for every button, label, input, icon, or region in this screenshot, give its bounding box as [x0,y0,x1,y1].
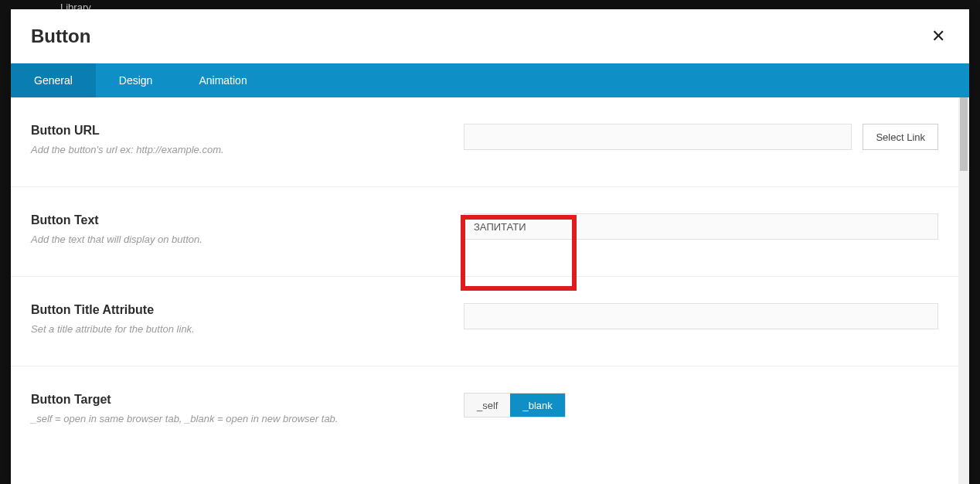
field-label: Button Title Attribute [31,303,448,317]
settings-modal: Button ✕ General Design Animation Button… [11,9,969,484]
tab-design[interactable]: Design [96,63,176,97]
tab-bar: General Design Animation [11,63,969,97]
target-option-self[interactable]: _self [464,394,510,417]
scrollbar-thumb[interactable] [960,97,968,171]
tab-animation[interactable]: Animation [175,63,270,97]
select-link-button[interactable]: Select Link [863,124,938,150]
modal-header: Button ✕ [11,9,969,63]
modal-title: Button [31,26,90,47]
field-label: Button URL [31,124,448,138]
field-desc: Add the text that will display on button… [31,233,448,245]
target-option-blank[interactable]: _blank [510,394,564,417]
field-desc: Add the button's url ex: http://example.… [31,144,448,155]
field-label: Button Text [31,213,448,227]
modal-content: Button URL Add the button's url ex: http… [11,97,958,484]
button-title-attr-input[interactable] [464,303,938,329]
tab-general[interactable]: General [11,63,96,97]
button-target-toggle: _self _blank [464,393,566,418]
field-label: Button Target [31,393,448,407]
button-url-input[interactable] [464,124,852,150]
field-desc: _self = open in same browser tab, _blank… [31,413,448,424]
field-button-title-attr: Button Title Attribute Set a title attri… [11,276,958,366]
scrollbar[interactable] [958,97,969,484]
close-icon[interactable]: ✕ [927,26,949,47]
field-button-url: Button URL Add the button's url ex: http… [11,97,958,186]
button-text-input[interactable] [464,213,938,240]
field-button-target: Button Target _self = open in same brows… [11,366,958,471]
field-button-text: Button Text Add the text that will displ… [11,186,958,276]
field-desc: Set a title attribute for the button lin… [31,323,448,335]
